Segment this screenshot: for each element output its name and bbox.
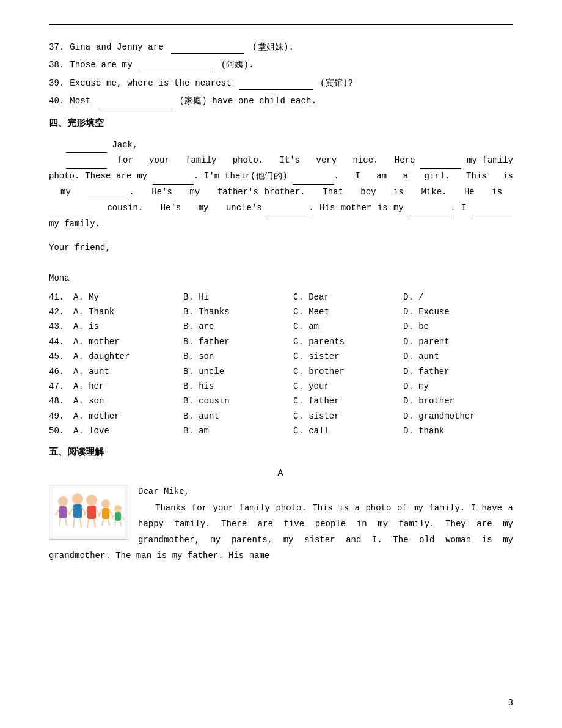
- option-row-49: 49. A. mother B. aunt C. sister D. grand…: [49, 410, 513, 423]
- page-number: 3: [508, 696, 513, 710]
- wn8-blank: [268, 201, 308, 216]
- q39-num: 39.: [49, 78, 65, 88]
- option-row-42: 42. A. Thank B. Thanks C. Meet D. Excuse: [49, 305, 513, 318]
- cloze-letter: Jack, for your family photo. It's very n…: [49, 138, 513, 232]
- svg-rect-14: [87, 506, 96, 519]
- q37-suffix: (堂姐妹).: [252, 42, 294, 52]
- letter-name: Mona: [49, 271, 513, 285]
- svg-rect-2: [59, 506, 67, 518]
- option-row-47: 47. A. her B. his C. your D. my: [49, 380, 513, 393]
- svg-rect-20: [102, 508, 109, 519]
- q38-prefix: Those are my: [70, 60, 137, 70]
- q40-prefix: Most: [70, 96, 96, 106]
- svg-point-19: [101, 499, 110, 508]
- svg-line-29: [115, 521, 115, 526]
- svg-rect-8: [73, 504, 82, 518]
- family-svg: [52, 488, 125, 537]
- wn10-blank: [472, 201, 513, 216]
- svg-point-13: [86, 495, 97, 506]
- option-row-44: 44. A. mother B. father C. parents D. pa…: [49, 335, 513, 348]
- section5-title: 五、阅读理解: [49, 446, 513, 460]
- option-row-50: 50. A. love B. am C. call D. thank: [49, 424, 513, 438]
- option-row-41: 41. A. My B. Hi C. Dear D. /: [49, 290, 513, 304]
- q40-blank: [98, 94, 172, 108]
- section4-title: 四、完形填空: [49, 117, 513, 131]
- q37-prefix: Gina and Jenny are: [70, 42, 169, 52]
- fill-line-39: 39. Excuse me, where is the nearest (宾馆)…: [49, 76, 513, 90]
- reading-section-a-label: A: [49, 466, 513, 481]
- q39-suffix: (宾馆)?: [320, 78, 353, 88]
- q40-num: 40.: [49, 96, 65, 106]
- q38-num: 38.: [49, 60, 65, 70]
- cloze-body: for your family photo. It's very nice. H…: [49, 153, 513, 232]
- wn9-blank: [409, 201, 450, 216]
- letter-friend: Your friend,: [49, 241, 513, 254]
- reading-area: Dear Mike, Thanks for your family photo.…: [49, 485, 513, 564]
- wn5-blank: [293, 169, 334, 185]
- wn3-blank: [420, 153, 461, 169]
- family-image: [49, 485, 128, 540]
- svg-rect-26: [115, 512, 121, 521]
- q39-blank: [239, 76, 313, 90]
- option-row-43: 43. A. is B. are C. am D. be: [49, 320, 513, 333]
- svg-point-25: [114, 505, 122, 512]
- q37-num: 37.: [49, 42, 65, 52]
- wn1-blank: [66, 138, 107, 153]
- option-row-48: 48. A. son B. cousin C. father D. brothe…: [49, 394, 513, 408]
- fill-blanks-section: 37. Gina and Jenny are (堂姐妹). 38. Those …: [49, 40, 513, 108]
- q40-suffix: (家庭) have one child each.: [179, 96, 316, 106]
- fill-line-40: 40. Most (家庭) have one child each.: [49, 94, 513, 108]
- q37-blank: [171, 40, 244, 54]
- q38-blank: [140, 57, 213, 72]
- option-row-45: 45. A. daughter B. son C. sister D. aunt: [49, 350, 513, 363]
- q38-suffix: (阿姨).: [221, 60, 254, 70]
- wn2-blank: [66, 153, 107, 169]
- wn6-blank: [88, 185, 129, 200]
- fill-line-38: 38. Those are my (阿姨).: [49, 57, 513, 72]
- q39-prefix: Excuse me, where is the nearest: [70, 78, 236, 88]
- top-divider: [49, 24, 513, 25]
- cloze-salutation: Jack,: [49, 138, 513, 153]
- fill-line-37: 37. Gina and Jenny are (堂姐妹).: [49, 40, 513, 54]
- wn4-blank: [153, 169, 194, 185]
- options-section: 41. A. My B. Hi C. Dear D. / 42. A. Than…: [49, 290, 513, 438]
- svg-point-7: [72, 493, 83, 504]
- option-row-46: 46. A. aunt B. uncle C. brother D. fathe…: [49, 365, 513, 378]
- wn7-blank: [49, 201, 90, 216]
- svg-line-30: [120, 521, 121, 526]
- svg-point-1: [58, 496, 68, 506]
